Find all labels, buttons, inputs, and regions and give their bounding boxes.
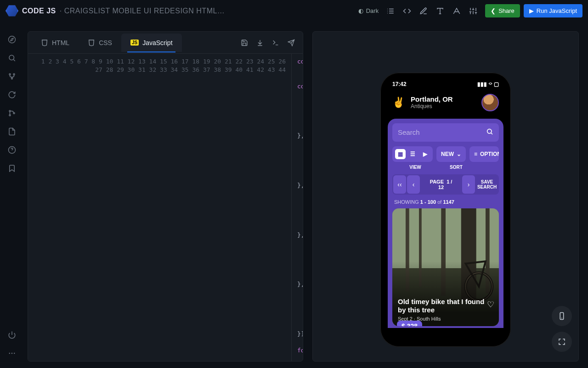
media-view-icon[interactable]: ▶ <box>420 149 430 159</box>
wifi-icon: ⌔ <box>489 81 492 87</box>
options-icon: ≡ <box>474 151 477 157</box>
device-frame: 17:42 ▮▮▮ ⌔ ▢ ✌ Portland, OR Antiques <box>380 73 511 347</box>
showing-text: SHOWING 1 - 100 of 1147 <box>392 195 499 208</box>
font-icon[interactable] <box>448 3 465 19</box>
half-moon-icon: ◐ <box>358 7 363 14</box>
code-icon[interactable] <box>399 3 415 19</box>
edit-icon[interactable] <box>415 3 432 19</box>
tab-js-label: JavaScript <box>142 39 172 46</box>
battery-icon: ▢ <box>494 81 499 87</box>
svg-point-10 <box>11 353 12 354</box>
power-icon[interactable] <box>4 327 20 343</box>
options-button[interactable]: ≡ OPTIONS <box>469 146 499 162</box>
branch-icon[interactable] <box>4 105 20 121</box>
text-style-icon[interactable] <box>432 3 448 19</box>
pager: ‹‹ ‹ PAGE 1 / 12 › SAVE SEARCH <box>392 174 499 195</box>
tab-css[interactable]: CSS <box>79 34 121 52</box>
tab-js[interactable]: JS JavaScript <box>121 34 182 52</box>
download-icon[interactable] <box>252 35 268 51</box>
editor-panel: HTML CSS JS JavaScript 1 2 3 4 5 6 7 8 9… <box>28 31 303 362</box>
save-file-icon[interactable] <box>237 35 252 51</box>
editor-tabs: HTML CSS JS JavaScript <box>28 32 303 54</box>
notch <box>418 77 473 88</box>
list-view-icon[interactable]: ☰ <box>407 149 418 159</box>
controls-section: ▦ ☰ ▶ NEW ⌄ ≡ OPTIONS <box>388 119 503 328</box>
file-icon[interactable] <box>4 123 20 140</box>
theme-toggle[interactable]: ◐ Dark <box>355 6 382 16</box>
listing-title: Old timey bike that I found by this tree <box>398 298 493 314</box>
js-badge-icon: JS <box>130 40 139 46</box>
tab-html[interactable]: HTML <box>32 34 79 52</box>
html-shield-icon <box>41 39 48 46</box>
tab-html-label: HTML <box>52 39 69 46</box>
svg-point-6 <box>9 110 11 112</box>
run-button[interactable]: ▶ Run JavaScript <box>524 4 582 17</box>
top-bar: CODE JS · CRAIGSLIST MOBILE UI REDESIGN … <box>0 0 588 22</box>
grid-view-icon[interactable]: ▦ <box>395 149 406 159</box>
run-label: Run JavaScript <box>537 7 577 14</box>
view-label: VIEW <box>393 165 437 170</box>
chevron-down-icon: ⌄ <box>457 151 461 157</box>
logo-icon <box>6 5 18 17</box>
pager-first-icon[interactable]: ‹‹ <box>393 175 406 194</box>
compass-icon[interactable] <box>4 31 20 48</box>
tab-css-label: CSS <box>99 39 112 46</box>
svg-point-5 <box>9 115 11 116</box>
status-time: 17:42 <box>392 81 407 87</box>
search-icon[interactable] <box>4 50 20 66</box>
brand: CODE JS <box>6 5 56 17</box>
view-toggle[interactable]: ▦ ☰ ▶ <box>392 146 433 162</box>
fork-icon[interactable] <box>4 68 20 85</box>
refresh-icon[interactable] <box>4 86 20 103</box>
share-label: Share <box>498 7 514 14</box>
left-rail <box>0 22 24 368</box>
peace-hand-icon: ✌ <box>392 97 405 109</box>
bookmark-icon[interactable] <box>4 160 20 177</box>
price-tag: $ 328 <box>397 321 422 326</box>
share-icon: ❮ <box>491 7 496 14</box>
location-title: Portland, OR <box>411 95 453 103</box>
send-icon[interactable] <box>283 35 299 51</box>
pager-next-icon[interactable]: › <box>462 175 475 194</box>
help-icon[interactable] <box>4 142 20 158</box>
search-input[interactable] <box>398 128 486 136</box>
device-toggle-button[interactable] <box>552 306 572 326</box>
sort-value: NEW <box>441 151 454 157</box>
more-icon[interactable] <box>4 345 20 362</box>
search-input-wrap[interactable] <box>392 123 499 142</box>
pager-prev-icon[interactable]: ‹ <box>407 175 420 194</box>
svg-point-7 <box>13 113 15 114</box>
list-icon[interactable] <box>382 3 399 19</box>
favorite-heart-icon[interactable]: ♡ <box>487 299 494 310</box>
terminal-icon[interactable] <box>268 35 283 51</box>
svg-point-3 <box>13 74 15 75</box>
fullscreen-button[interactable] <box>552 332 572 352</box>
sort-dropdown[interactable]: NEW ⌄ <box>436 146 466 162</box>
sliders-icon[interactable] <box>465 3 481 19</box>
theme-label: Dark <box>366 7 379 14</box>
svg-point-12 <box>487 129 492 133</box>
avatar[interactable] <box>481 94 499 111</box>
preview-panel: 17:42 ▮▮▮ ⌔ ▢ ✌ Portland, OR Antiques <box>312 31 579 362</box>
save-search-button[interactable]: SAVE SEARCH <box>476 179 498 190</box>
app-header: ✌ Portland, OR Antiques <box>385 87 506 119</box>
svg-point-1 <box>9 55 14 60</box>
svg-point-0 <box>9 36 16 43</box>
svg-point-11 <box>14 353 15 354</box>
brand-text: CODE JS <box>22 7 56 15</box>
signal-icon: ▮▮▮ <box>477 81 487 87</box>
listing-card[interactable]: Old timey bike that I found by this tree… <box>392 208 499 326</box>
svg-point-9 <box>9 353 10 354</box>
category-subtitle: Antiques <box>411 103 453 109</box>
code-editor[interactable]: 1 2 3 4 5 6 7 8 9 10 11 12 13 14 15 16 1… <box>28 54 303 361</box>
project-title: · CRAIGSLIST MOBILE UI REDESIGN HTML… <box>60 7 225 15</box>
search-icon[interactable] <box>486 128 493 137</box>
code-area[interactable]: const listings = document.getElementById… <box>292 54 303 361</box>
share-button[interactable]: ❮ Share <box>485 4 520 17</box>
css-shield-icon <box>88 39 95 46</box>
play-icon: ▶ <box>529 7 534 14</box>
pager-display: PAGE 1 / 12 <box>421 179 461 190</box>
device-screen: 17:42 ▮▮▮ ⌔ ▢ ✌ Portland, OR Antiques <box>385 77 506 342</box>
gutter: 1 2 3 4 5 6 7 8 9 10 11 12 13 14 15 16 1… <box>28 54 292 361</box>
options-label: OPTIONS <box>480 151 499 157</box>
